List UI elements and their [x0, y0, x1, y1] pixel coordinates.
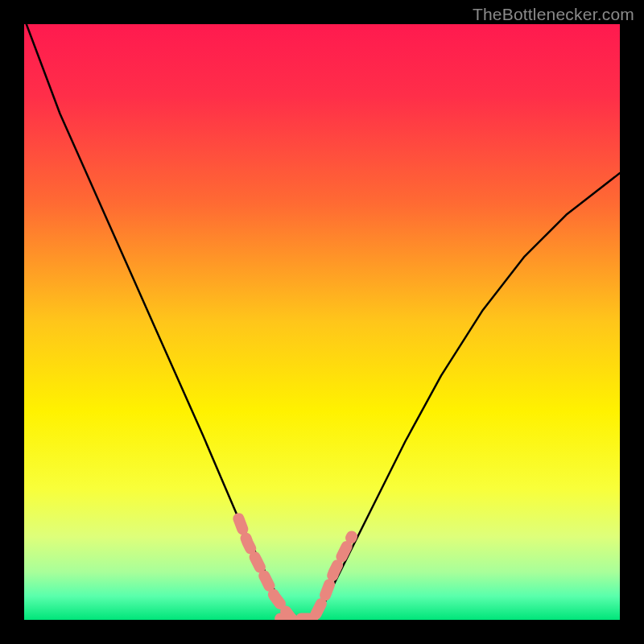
chart-container: TheBottlenecker.com	[0, 0, 644, 644]
curve-left-curve	[24, 24, 292, 620]
chart-curves-layer	[24, 24, 620, 620]
plot-area	[24, 24, 620, 620]
highlight-left-highlight	[238, 518, 292, 620]
highlight-right-highlight	[316, 536, 352, 613]
watermark-text: TheBottlenecker.com	[473, 5, 634, 24]
curve-right-curve	[310, 173, 620, 620]
